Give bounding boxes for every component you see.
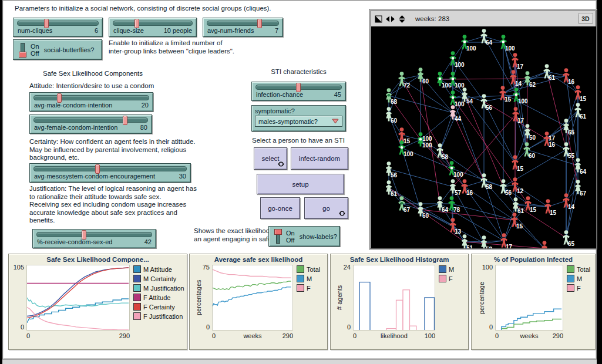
x-tick: 100	[425, 332, 435, 339]
agent-female[interactable]: 61	[386, 180, 398, 197]
legend-entry: F Justification	[133, 312, 184, 320]
slider-track[interactable]	[17, 21, 99, 26]
network-link	[566, 166, 578, 238]
agent-label: 67	[403, 207, 411, 213]
legend-entry: M	[297, 275, 320, 282]
agent-male[interactable]: 100	[449, 90, 465, 107]
avg-mesosystem-condom-encouragement-slider[interactable]: avg-mesosystem-condom-encouragement30	[29, 163, 191, 183]
slider-track[interactable]	[33, 95, 149, 100]
switch-toggle[interactable]	[16, 42, 29, 58]
agent-male[interactable]: 15	[499, 86, 511, 103]
slider-track[interactable]	[255, 85, 342, 90]
agent-male[interactable]: 100	[448, 161, 463, 178]
agent-male[interactable]: 65	[563, 230, 574, 247]
legend-entry: F	[567, 284, 590, 292]
network-link	[515, 132, 527, 163]
clique-size-slider[interactable]: clique-size10 people	[109, 18, 197, 37]
legend: TotalMF	[567, 265, 590, 331]
agent-male[interactable]: 15	[512, 155, 523, 172]
agent-male[interactable]: 100	[500, 35, 515, 52]
slider-track[interactable]	[33, 117, 148, 123]
agent-female[interactable]: 60	[386, 107, 398, 124]
agent-male[interactable]: 72	[398, 72, 410, 89]
agent-male[interactable]: 16	[563, 68, 574, 85]
plot-line	[27, 307, 129, 330]
avg-male-condom-intention-slider[interactable]: avg-male-condom-intention20	[29, 92, 153, 112]
slider-value: 20	[142, 102, 149, 109]
legend-swatch	[133, 284, 141, 292]
agent-female[interactable]: 64	[437, 196, 449, 213]
symptomatic-chooser[interactable]: symptomatic? males-symptomatic?	[251, 105, 346, 132]
slider-track[interactable]	[36, 232, 152, 237]
slider-handle[interactable]	[95, 164, 100, 174]
agent-female[interactable]: 100100	[418, 132, 432, 149]
avg-female-condom-intention-slider[interactable]: avg-female-condom-intention80	[29, 114, 152, 134]
agent-female[interactable]: 50	[524, 124, 536, 141]
agent-dot	[452, 57, 455, 60]
slider-handle[interactable]	[44, 19, 49, 28]
butterflies-note: Enable to initialize a limited number of…	[109, 39, 297, 55]
agent-male[interactable]: 15	[574, 85, 586, 102]
agent-label: 60	[422, 213, 429, 219]
infection-chance-slider[interactable]: infection-chance45	[251, 82, 346, 101]
avg-num-friends-slider[interactable]: avg-num-friends7	[203, 18, 283, 37]
agent-label: 61	[580, 113, 587, 120]
receive-condom-sex-ed-slider[interactable]: %-receive-condom-sex-ed42	[32, 229, 156, 248]
view-height-icon[interactable]	[398, 15, 406, 23]
agent-male[interactable]: 61	[574, 103, 586, 120]
agent-label: 13	[455, 228, 462, 235]
window-scrollbar[interactable]	[2, 359, 597, 364]
slider-handle[interactable]	[82, 230, 86, 240]
slider-handle[interactable]	[57, 93, 62, 103]
agent-male[interactable]: 17	[512, 53, 523, 70]
setup-button[interactable]: setup	[257, 174, 344, 194]
switch-knob[interactable]	[274, 229, 282, 235]
infect-random-button[interactable]: infect-random	[291, 147, 348, 170]
switch-toggle[interactable]	[272, 229, 285, 244]
agent-label: 16	[549, 141, 556, 148]
agent-female[interactable]: 60	[418, 68, 429, 85]
slider-track[interactable]	[113, 21, 193, 26]
switch-knob[interactable]	[19, 52, 26, 58]
y-tick: 100	[482, 264, 493, 271]
agent-male[interactable]: 15	[544, 199, 556, 216]
slider-track[interactable]	[33, 166, 187, 171]
legend-entry: F	[297, 284, 320, 292]
agent-male[interactable]: 100	[449, 51, 465, 68]
view-width-icon[interactable]	[386, 15, 395, 23]
agent-female[interactable]	[542, 241, 547, 248]
agent-female[interactable]: 67	[575, 180, 587, 197]
chooser-field[interactable]: males-symptomatic?	[255, 116, 342, 127]
slider-handle[interactable]	[123, 116, 127, 125]
agent-label: 15	[580, 96, 587, 102]
view-resize-icon[interactable]	[375, 15, 382, 23]
show-labels-switch[interactable]: OnOff show-labels?	[268, 226, 340, 247]
agent-male[interactable]: 100	[461, 35, 476, 52]
agent-label: 14	[568, 204, 575, 210]
agent-female[interactable]: 100	[437, 72, 452, 89]
go-once-button[interactable]: go-once	[260, 197, 300, 219]
slider-track[interactable]	[207, 21, 279, 26]
slider-handle[interactable]	[134, 19, 139, 28]
slider-handle[interactable]	[257, 19, 262, 28]
agent-male[interactable]: 12	[512, 177, 523, 194]
social-butterflies-switch[interactable]: OnOff social-butterflies?	[13, 39, 102, 60]
select-caption: Select a person to have an STI	[252, 137, 345, 144]
num-cliques-slider[interactable]: num-cliques6	[13, 18, 103, 37]
world-canvas[interactable]: 1006410017100607210010068100545615100146…	[371, 26, 596, 248]
go-button[interactable]: go	[304, 197, 348, 219]
plot-safe-sex-components: Safe Sex Likelihood Compone... 105 0 0 2…	[8, 254, 187, 350]
select-button[interactable]: select	[254, 147, 287, 170]
agent-male[interactable]: 16	[461, 179, 473, 196]
agent-female[interactable]: 52	[481, 235, 493, 248]
slider-handle[interactable]	[296, 83, 301, 92]
agent-male[interactable]: 15	[511, 213, 523, 230]
agent-label: 12	[517, 188, 524, 194]
agent-male[interactable]: 56	[500, 179, 512, 196]
agent-male[interactable]: 100	[449, 72, 465, 89]
3d-button[interactable]: 3D	[578, 13, 593, 24]
plot-line	[27, 268, 129, 318]
plot-population-infected: % of Population Infected percentage 100 …	[471, 254, 596, 350]
agent-label: 15	[517, 166, 524, 172]
agent-label: 61	[391, 191, 398, 197]
